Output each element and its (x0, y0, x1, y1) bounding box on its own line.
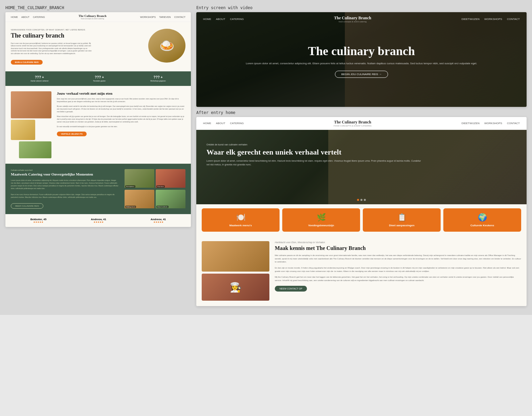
hero-pretitle: VERRASSENDE FOOD CONCEPTEN, OP MAAT GEMA… (11, 29, 144, 31)
hero-food-bg (148, 29, 185, 63)
service-card-dieet[interactable]: 📋 Dieet aanpassingen (363, 208, 441, 232)
hero-desc: Dan is een reis die jouw persoonlijkheid… (11, 42, 92, 55)
video-nav-home[interactable]: HOME (203, 18, 211, 21)
hero-cta-button[interactable]: BUIN & CULIPAIRE REIS (11, 60, 43, 65)
about-img-1 (11, 91, 51, 118)
video-nav-catering[interactable]: CATERING (230, 18, 244, 21)
nav-workshops[interactable]: WORKSHOPS (140, 16, 156, 18)
catering-label-prive: Privé diner (156, 185, 165, 188)
after-hero-banner: Ontdek de kunst van culinaire verhalen W… (196, 130, 527, 204)
about-title: Jouw verhaal vertelt met mijn eten (57, 91, 185, 95)
video-nav: HOME ABOUT CATERING The Culinary Branch … (196, 12, 527, 26)
nav-links-left: HOME ABOUT CATERING (11, 16, 45, 18)
service-icon-voeding: 🌿 (286, 213, 357, 222)
review-3: Andreov, 41 ★★★★★ (151, 218, 166, 224)
catering-img-ethnic: Ethnic food/turks (156, 190, 185, 209)
about-img-2 (11, 120, 35, 140)
after-about-img-top (202, 241, 269, 272)
about-text: Jouw verhaal vertelt met mijn eten Eten … (57, 91, 185, 158)
service-card-voeding[interactable]: 🌿 Voedingsbewustzijn (282, 208, 360, 232)
home-hero: VERRASSENDE FOOD CONCEPTEN, OP MAAT GEMA… (5, 22, 191, 71)
right-column: Entry screen with video HOME ABOUT CATER… (195, 5, 527, 309)
review-num-2: Andreov, 41 (91, 218, 106, 221)
catering-cta-button[interactable]: MEER CULLINAIRE REIS (11, 203, 43, 209)
video-logo-text: The Culinary Branch (334, 16, 371, 21)
services-section: 🍽️ Maatwerk menu's 🌿 Voedingsbewustzijn … (196, 204, 527, 236)
hero-dot-3[interactable] (364, 199, 366, 201)
after-about-body-3: Mij the Culinary Branch gait het om meer… (275, 276, 521, 282)
stat-label-guests: Tevreden gasten (93, 80, 106, 82)
catering-label-ethnic: Ethnic food/turks (156, 206, 169, 208)
hero-food-image (148, 29, 185, 63)
after-nav-home[interactable]: HOME (203, 122, 211, 125)
after-hero-overlay (196, 130, 527, 204)
video-cta-button[interactable]: BEGIN JOU CULINAIRE REIS → (335, 71, 388, 78)
about-section: Jouw verhaal vertelt met mijn eten Eten … (5, 86, 191, 164)
service-card-cultureel[interactable]: 🌍 Culturele Keukens (443, 208, 521, 232)
video-nav-dieet[interactable]: DIEETWIJZEN (462, 18, 480, 21)
home-nav: HOME ABOUT CATERING The Culinary Branch … (5, 12, 191, 22)
after-about-title: Maak kennis met The Culinary Branch (275, 245, 521, 251)
catering-section: Culinaire verhalen op je bord Maatwerk C… (5, 164, 191, 214)
catering-label-walking: Walking dinner (125, 206, 136, 208)
about-body-2: Bij een zakelijk event vertelt ik niet a… (57, 105, 185, 113)
after-nav-about[interactable]: ABOUT (216, 122, 225, 125)
stat-val-workshops: ??? + (150, 75, 166, 79)
stat-val-cultures: ??? + (30, 75, 48, 79)
catering-body-1: Lorem ipsum dolor sit amet, consectetur … (11, 179, 119, 190)
stat-label-cultures: Aantal culturen verkend (30, 80, 48, 82)
video-nav-about[interactable]: ABOUT (216, 18, 225, 21)
catering-grid: Borrelplateau Privé diner Walking dinner… (125, 169, 185, 209)
stat-val-guests: ??? + (93, 75, 106, 79)
nav-catering[interactable]: CATERING (33, 16, 45, 18)
about-cta-button[interactable]: VERTELD JELENA ITS (57, 132, 87, 136)
video-nav-workshops[interactable]: WORKSHOPS (484, 18, 502, 21)
stat-label-workshops: Workshops gegeven (150, 80, 166, 82)
video-nav-links-left: HOME ABOUT CATERING (203, 18, 244, 21)
nav-links-right: WORKSHOPS TARIEVEN CONTACT (140, 16, 185, 18)
entry-label: Entry screen with video (196, 5, 527, 10)
after-nav-catering[interactable]: CATERING (230, 122, 244, 125)
stat-workshops: ??? + Workshops gegeven (150, 75, 166, 82)
hero-dot-2[interactable] (360, 199, 362, 201)
after-hero-content: Ontdek de kunst van culinaire verhalen W… (206, 143, 421, 166)
service-label-cultureel: Culturele Keukens (447, 224, 518, 227)
nav-tarieven[interactable]: TARIEVEN (159, 16, 171, 18)
after-nav-contact[interactable]: CONTACT (507, 122, 520, 125)
video-logo-sub: food concepts & event catering (334, 21, 371, 23)
service-label-maatwerk: Maatwerk menu's (205, 224, 276, 227)
home-mockup-frame: HOME ABOUT CATERING The Culinary Branch … (5, 12, 191, 227)
service-card-maatwerk[interactable]: 🍽️ Maatwerk menu's (202, 208, 280, 232)
catering-body-2: Nam in leo nunc rhoncus fermentum. Fusce… (11, 193, 119, 199)
about-body-1: Eten zegt iets over jouw persoonlijkheid… (57, 97, 185, 103)
after-nav: HOME ABOUT CATERING The Culinary Branch … (196, 117, 527, 130)
after-about-text: Hartklacht voor Eten, Meesterschap in Ve… (275, 241, 521, 301)
after-nav-workshops[interactable]: WORKSHOPS (484, 122, 502, 125)
service-label-dieet: Dieet aanpassingen (366, 224, 437, 227)
hero-dot-1[interactable] (357, 199, 359, 201)
after-about-section: Hartklacht voor Eten, Meesterschap in Ve… (196, 236, 527, 306)
after-hero-title: Waar elk gerecht een uniek verhaal verte… (206, 148, 421, 157)
stat-cultures: ??? + Aantal culturen verkend (30, 75, 48, 82)
service-icon-maatwerk: 🍽️ (205, 213, 276, 222)
after-about-img-chef (202, 274, 269, 301)
review-1: Bekboter, 45 ★★★★★ (30, 218, 47, 224)
service-icon-dieet: 📋 (366, 213, 437, 222)
video-desc: Lorem ipsum dolor sit amet, consectetur … (229, 62, 494, 66)
review-stars-1: ★★★★★ (30, 221, 47, 224)
review-num-3: Andreov, 41 (151, 218, 166, 221)
nav-about[interactable]: ABOUT (21, 16, 29, 18)
about-img-3 (19, 141, 51, 158)
after-nav-dieet[interactable]: DIEETWIJZEN (462, 122, 480, 125)
catering-img-walking: Walking dinner (125, 190, 154, 209)
video-nav-contact[interactable]: CONTACT (507, 18, 520, 21)
after-logo-text: The Culinary Branch (334, 120, 372, 125)
video-logo: The Culinary Branch food concepts & even… (334, 16, 371, 23)
after-about-cta-button[interactable]: NEEM CONTACT OP (275, 286, 307, 292)
stat-guests: ??? + Tevreden gasten (93, 75, 106, 82)
service-label-voeding: Voedingsbewustzijn (286, 224, 357, 227)
nav-contact[interactable]: CONTACT (174, 16, 185, 18)
catering-pretitle: Culinaire verhalen op je bord (11, 169, 119, 171)
after-entry-section: After entry home HOME ABOUT CATERING The… (196, 110, 527, 306)
nav-home[interactable]: HOME (11, 16, 18, 18)
